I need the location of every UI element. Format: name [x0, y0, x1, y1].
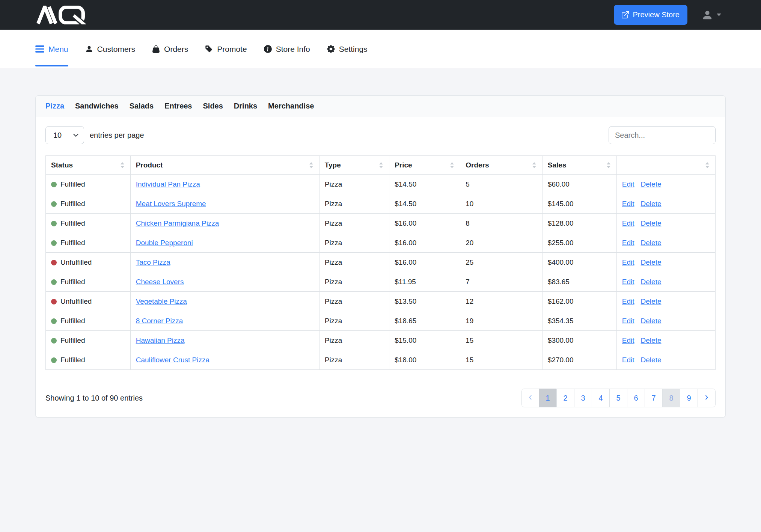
delete-link[interactable]: Delete — [641, 278, 662, 286]
edit-link[interactable]: Edit — [622, 297, 634, 305]
type-cell: Pizza — [319, 233, 389, 253]
table-controls: 10 entries per page — [45, 126, 716, 144]
delete-link[interactable]: Delete — [641, 317, 662, 325]
delete-link[interactable]: Delete — [641, 180, 662, 188]
product-link[interactable]: Vegetable Pizza — [136, 297, 187, 305]
sales-cell: $162.00 — [542, 292, 616, 311]
product-link[interactable]: Taco Pizza — [136, 258, 170, 266]
delete-link[interactable]: Delete — [641, 239, 662, 247]
orders-cell: 20 — [460, 233, 542, 253]
edit-link[interactable]: Edit — [622, 219, 634, 227]
tab-pizza[interactable]: Pizza — [45, 102, 64, 110]
column-header-status[interactable]: Status — [46, 156, 131, 175]
edit-link[interactable]: Edit — [622, 278, 634, 286]
column-header-price[interactable]: Price — [389, 156, 460, 175]
person-icon — [85, 45, 93, 53]
pagination-page-3[interactable]: 3 — [574, 389, 592, 407]
pagination-page-1[interactable]: 1 — [539, 389, 557, 407]
column-label: Status — [51, 161, 73, 169]
nav-item-promote[interactable]: Promote — [205, 30, 247, 68]
orders-cell: 25 — [460, 253, 542, 272]
pagination-page-5[interactable]: 5 — [609, 389, 627, 407]
status-dot-icon — [51, 357, 57, 363]
delete-link[interactable]: Delete — [641, 219, 662, 227]
table-row: FulfilledMeat Lovers SupremePizza$14.501… — [46, 194, 716, 214]
product-link[interactable]: Individual Pan Pizza — [136, 180, 200, 188]
product-cell: Cauliflower Crust Pizza — [130, 350, 319, 370]
price-cell: $18.00 — [389, 350, 460, 370]
product-link[interactable]: Cauliflower Crust Pizza — [136, 356, 209, 364]
sort-icon — [121, 162, 124, 168]
pagination-next[interactable]: › — [698, 389, 716, 407]
brand-logo[interactable] — [33, 6, 90, 24]
price-cell: $16.00 — [389, 233, 460, 253]
topbar-actions: Preview Store — [614, 5, 722, 25]
delete-link[interactable]: Delete — [641, 356, 662, 364]
pagination-page-9[interactable]: 9 — [680, 389, 698, 407]
product-link[interactable]: Meat Lovers Supreme — [136, 200, 206, 208]
delete-link[interactable]: Delete — [641, 258, 662, 266]
pagination-page-6[interactable]: 6 — [627, 389, 645, 407]
sales-cell: $354.35 — [542, 311, 616, 331]
nav-item-menu[interactable]: Menu — [35, 30, 68, 68]
column-header-sales[interactable]: Sales — [542, 156, 616, 175]
tab-entrees[interactable]: Entrees — [164, 102, 192, 110]
sales-cell: $83.65 — [542, 272, 616, 292]
edit-link[interactable]: Edit — [622, 180, 634, 188]
column-header-orders[interactable]: Orders — [460, 156, 542, 175]
search-input[interactable] — [609, 126, 716, 144]
nav-item-store-info[interactable]: Store Info — [264, 30, 310, 68]
nav-item-label: Customers — [97, 45, 136, 54]
edit-link[interactable]: Edit — [622, 200, 634, 208]
external-link-icon — [622, 11, 629, 18]
tab-drinks[interactable]: Drinks — [234, 102, 257, 110]
pagination-page-4[interactable]: 4 — [592, 389, 610, 407]
product-link[interactable]: Hawaiian Pizza — [136, 336, 185, 344]
delete-link[interactable]: Delete — [641, 200, 662, 208]
column-header-actions[interactable] — [616, 156, 715, 175]
column-header-product[interactable]: Product — [130, 156, 319, 175]
pagination-prev[interactable]: ‹ — [521, 389, 539, 407]
pagination-page-7[interactable]: 7 — [645, 389, 663, 407]
product-link[interactable]: 8 Corner Pizza — [136, 317, 183, 325]
nav-item-customers[interactable]: Customers — [85, 30, 136, 68]
edit-link[interactable]: Edit — [622, 336, 634, 344]
edit-link[interactable]: Edit — [622, 258, 634, 266]
card-body: 10 entries per page StatusProductTypePri… — [36, 116, 725, 417]
sort-icon — [309, 162, 313, 168]
sort-icon — [607, 162, 610, 168]
page-size-value: 10 — [53, 131, 62, 140]
edit-link[interactable]: Edit — [622, 239, 634, 247]
pagination-page-2[interactable]: 2 — [556, 389, 574, 407]
nav-item-orders[interactable]: Orders — [152, 30, 188, 68]
preview-store-button[interactable]: Preview Store — [614, 5, 688, 25]
table-row: FulfilledChicken Parmigiana PizzaPizza$1… — [46, 214, 716, 233]
tab-salads[interactable]: Salads — [130, 102, 154, 110]
edit-link[interactable]: Edit — [622, 317, 634, 325]
product-cell: Meat Lovers Supreme — [130, 194, 319, 214]
product-link[interactable]: Double Pepperoni — [136, 239, 193, 247]
price-cell: $18.65 — [389, 311, 460, 331]
type-cell: Pizza — [319, 272, 389, 292]
type-cell: Pizza — [319, 253, 389, 272]
info-circle-icon — [264, 45, 272, 53]
column-header-type[interactable]: Type — [319, 156, 389, 175]
gear-icon — [327, 45, 335, 53]
delete-link[interactable]: Delete — [641, 336, 662, 344]
product-link[interactable]: Chicken Parmigiana Pizza — [136, 219, 219, 227]
pagination-page-8[interactable]: 8 — [662, 389, 680, 407]
status-dot-icon — [51, 338, 57, 344]
product-cell: Vegetable Pizza — [130, 292, 319, 311]
type-cell: Pizza — [319, 292, 389, 311]
page-size-select[interactable]: 10 — [45, 126, 84, 144]
delete-link[interactable]: Delete — [641, 297, 662, 305]
tab-sides[interactable]: Sides — [203, 102, 223, 110]
orders-cell: 5 — [460, 175, 542, 194]
products-table: StatusProductTypePriceOrdersSales Fulfil… — [45, 155, 716, 370]
edit-link[interactable]: Edit — [622, 356, 634, 364]
tab-merchandise[interactable]: Merchandise — [268, 102, 314, 110]
nav-item-settings[interactable]: Settings — [327, 30, 368, 68]
product-link[interactable]: Cheese Lovers — [136, 278, 184, 286]
account-menu[interactable] — [702, 9, 721, 21]
tab-sandwiches[interactable]: Sandwiches — [75, 102, 119, 110]
